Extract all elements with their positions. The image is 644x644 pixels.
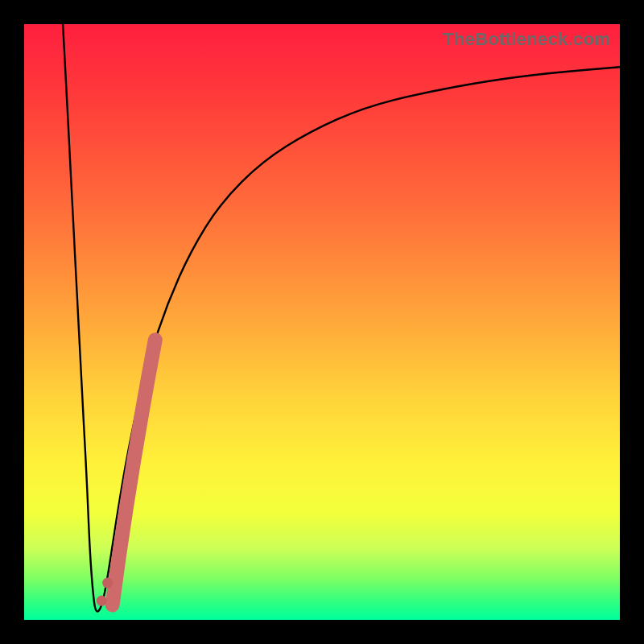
- marker-dot: [97, 596, 107, 606]
- marker-segment: [113, 340, 155, 605]
- chart-frame: TheBottleneck.com: [0, 0, 644, 644]
- curve-path: [63, 24, 620, 612]
- bottleneck-chart: [24, 24, 620, 620]
- marker-dot: [102, 578, 113, 588]
- plot-area: TheBottleneck.com: [24, 24, 620, 620]
